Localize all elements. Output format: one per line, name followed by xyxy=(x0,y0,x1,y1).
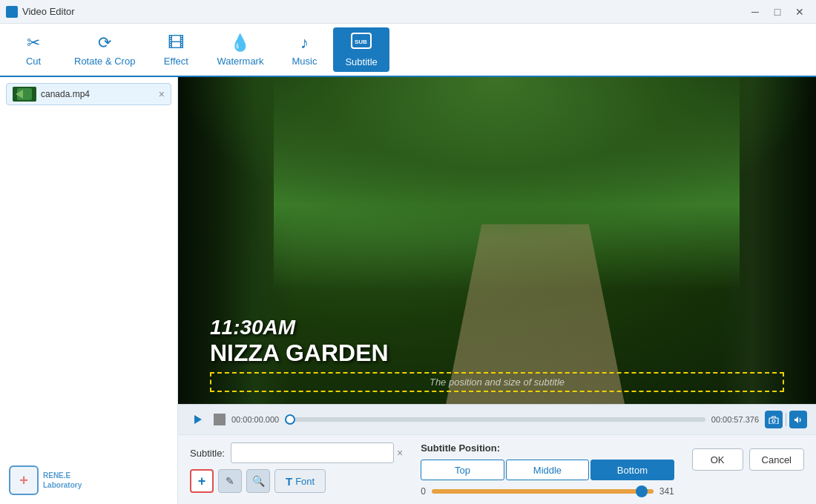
time-end: 00:00:57.376 xyxy=(711,415,759,424)
position-title: Subtitle Position: xyxy=(421,442,674,454)
svg-point-6 xyxy=(772,420,775,422)
font-T-icon: T xyxy=(286,475,292,488)
search-subtitle-button[interactable]: 🔍 xyxy=(246,469,270,493)
logo-text: RENE.E Laboratory xyxy=(43,471,82,490)
effect-icon: 🎞 xyxy=(168,33,184,53)
add-subtitle-button[interactable]: + xyxy=(190,469,214,493)
control-icons xyxy=(765,411,807,428)
toolbar-item-music[interactable]: ♪ Music xyxy=(278,27,330,72)
toolbar-item-effect[interactable]: 🎞 Effect xyxy=(150,27,202,72)
file-name: canada.mp4 xyxy=(41,89,90,99)
toolbar-item-subtitle[interactable]: SUB Subtitle xyxy=(333,27,389,72)
video-controls: 00:00:00.000 00:00:57.376 xyxy=(178,404,816,434)
edit-icon: ✎ xyxy=(226,475,234,487)
slider-max-value: 341 xyxy=(659,486,674,497)
play-button[interactable] xyxy=(187,409,208,430)
timeline-track[interactable] xyxy=(285,417,705,422)
svg-marker-4 xyxy=(194,415,202,424)
subtitle-hint-text: The position and size of subtitle xyxy=(430,377,565,388)
camera-icon[interactable] xyxy=(765,411,783,428)
subtitle-position-indicator: The position and size of subtitle xyxy=(210,372,784,392)
toolbar-effect-label: Effect xyxy=(164,56,188,67)
dialog-buttons: OK Cancel xyxy=(692,442,804,471)
toolbar-item-cut[interactable]: ✂ Cut xyxy=(7,27,59,72)
svg-rect-5 xyxy=(769,418,778,424)
slider-track[interactable] xyxy=(432,489,654,494)
cut-icon: ✂ xyxy=(27,33,40,53)
add-icon: + xyxy=(198,474,206,489)
position-top-button[interactable]: Top xyxy=(421,460,504,480)
subtitle-input-area: Subtitle: × + ✎ 🔍 T Fon xyxy=(190,442,403,493)
file-tab: canada.mp4 × xyxy=(6,83,171,105)
ok-button[interactable]: OK xyxy=(692,448,743,471)
subtitle-time: 11:30AM xyxy=(210,316,389,339)
subtitle-text-input[interactable] xyxy=(231,442,394,463)
logo-plus-icon: + xyxy=(19,472,28,489)
input-clear-icon[interactable]: × xyxy=(397,447,403,459)
minimize-button[interactable]: ─ xyxy=(745,4,766,20)
subtitle-icon: SUB xyxy=(351,33,372,53)
subtitle-label: Subtitle: xyxy=(190,448,225,459)
svg-text:SUB: SUB xyxy=(355,39,367,45)
top-label: Top xyxy=(455,465,470,476)
font-button[interactable]: T Font xyxy=(274,469,326,493)
subtitle-input-row: Subtitle: × xyxy=(190,442,403,463)
title-bar-left: Video Editor xyxy=(6,6,75,18)
music-icon: ♪ xyxy=(300,33,309,53)
toolbar-subtitle-label: Subtitle xyxy=(345,56,377,67)
toolbar-cut-label: Cut xyxy=(26,56,41,67)
toolbar-item-watermark[interactable]: 💧 Watermark xyxy=(205,27,275,72)
slider-min-value: 0 xyxy=(421,486,426,497)
bottom-panel: Subtitle: × + ✎ 🔍 T Fon xyxy=(178,434,816,504)
video-preview: 11:30AM NIZZA GARDEN The position and si… xyxy=(178,77,816,404)
middle-label: Middle xyxy=(533,465,562,476)
subtitle-overlay: 11:30AM NIZZA GARDEN xyxy=(210,316,389,367)
video-panel: 11:30AM NIZZA GARDEN The position and si… xyxy=(178,77,816,504)
subtitle-name: NIZZA GARDEN xyxy=(210,339,389,367)
window-title: Video Editor xyxy=(22,6,75,17)
maximize-button[interactable]: □ xyxy=(767,4,788,20)
logo-line2: Laboratory xyxy=(43,480,82,490)
timeline-thumb[interactable] xyxy=(285,414,295,425)
logo-area: + RENE.E Laboratory xyxy=(9,465,82,495)
video-background: 11:30AM NIZZA GARDEN The position and si… xyxy=(178,77,816,404)
logo-icon: + xyxy=(9,465,39,495)
search-icon: 🔍 xyxy=(252,475,265,487)
bottom-label: Bottom xyxy=(617,465,648,476)
left-panel: canada.mp4 × xyxy=(0,77,178,504)
app-icon xyxy=(6,6,18,18)
position-bottom-button[interactable]: Bottom xyxy=(590,460,674,480)
toolbar-watermark-label: Watermark xyxy=(217,56,263,67)
foliage-top xyxy=(178,77,816,241)
rotate-icon: ⟳ xyxy=(98,33,111,53)
toolbar-rotate-label: Rotate & Crop xyxy=(74,56,135,67)
slider-row: 0 341 xyxy=(421,486,674,497)
font-label: Font xyxy=(295,476,315,487)
close-button[interactable]: ✕ xyxy=(789,4,810,20)
cancel-button[interactable]: Cancel xyxy=(749,448,804,471)
logo-line1: RENE.E xyxy=(43,471,82,480)
edit-subtitle-button[interactable]: ✎ xyxy=(218,469,242,493)
slider-thumb[interactable] xyxy=(636,485,648,497)
subtitle-actions: + ✎ 🔍 T Font xyxy=(190,469,403,493)
toolbar-music-label: Music xyxy=(292,56,317,67)
stop-button[interactable] xyxy=(214,414,226,425)
divider xyxy=(786,413,786,426)
file-tab-close[interactable]: × xyxy=(159,88,165,100)
main-layout: canada.mp4 × 11:30AM xyxy=(0,77,816,504)
file-thumbnail xyxy=(13,87,36,102)
toolbar: ✂ Cut ⟳ Rotate & Crop 🎞 Effect 💧 Waterma… xyxy=(0,24,816,77)
position-buttons: Top Middle Bottom xyxy=(421,460,674,480)
toolbar-item-rotate-crop[interactable]: ⟳ Rotate & Crop xyxy=(62,27,147,72)
title-bar-controls: ─ □ ✕ xyxy=(745,4,810,20)
position-panel: Subtitle Position: Top Middle Bottom 0 xyxy=(421,442,674,497)
watermark-icon: 💧 xyxy=(230,33,250,53)
time-start: 00:00:00.000 xyxy=(231,415,279,424)
volume-icon[interactable] xyxy=(789,411,807,428)
title-bar: Video Editor ─ □ ✕ xyxy=(0,0,816,24)
position-middle-button[interactable]: Middle xyxy=(506,460,590,480)
